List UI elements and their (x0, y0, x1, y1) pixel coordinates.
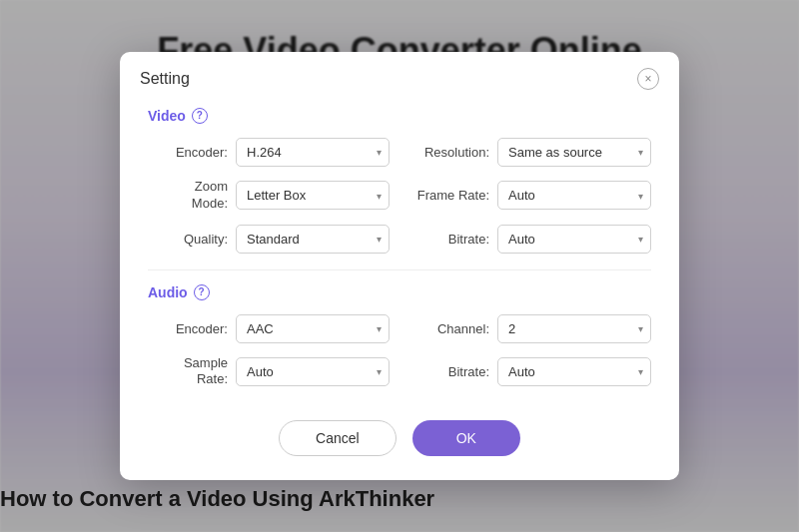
resolution-select[interactable]: Same as source 1080p 720p 480p (497, 138, 651, 167)
audio-form-grid: Encoder: AAC MP3 OGG WMA ▾ Channel: (148, 314, 651, 389)
quality-label: Quality: (148, 232, 228, 247)
modal-overlay: Setting × Video ? Encoder: H.264 H.265 (0, 0, 799, 532)
video-bitrate-select[interactable]: Auto 512k 1M 2M (497, 225, 651, 254)
quality-select[interactable]: Standard Low High Lossless (236, 225, 390, 254)
section-divider (148, 269, 651, 270)
audio-section-label: Audio ? (148, 284, 651, 300)
channel-select[interactable]: 2 1 4 6 (497, 314, 651, 343)
resolution-label: Resolution: (409, 145, 489, 160)
audio-help-icon[interactable]: ? (194, 284, 210, 300)
sample-rate-select-wrapper: Auto 44100 48000 96000 ▾ (236, 357, 390, 386)
audio-encoder-label: Encoder: (148, 321, 228, 336)
encoder-select-wrapper: H.264 H.265 MPEG-4 WMV ▾ (236, 138, 390, 167)
audio-bitrate-select[interactable]: Auto 64k 128k 192k 256k 320k (497, 357, 651, 386)
audio-bitrate-row: Bitrate: Auto 64k 128k 192k 256k 320k ▾ (409, 355, 651, 389)
dialog-footer: Cancel OK (120, 404, 679, 456)
video-help-icon[interactable]: ? (192, 108, 208, 124)
channel-select-wrapper: 2 1 4 6 ▾ (497, 314, 651, 343)
audio-encoder-row: Encoder: AAC MP3 OGG WMA ▾ (148, 314, 390, 343)
frame-rate-label: Frame Rate: (409, 188, 489, 203)
channel-row: Channel: 2 1 4 6 ▾ (409, 314, 651, 343)
dialog-title: Setting (140, 70, 190, 88)
zoom-select[interactable]: Letter Box Pan & Scan Full None (236, 181, 390, 210)
video-section-label: Video ? (148, 108, 651, 124)
sample-rate-select[interactable]: Auto 44100 48000 96000 (236, 357, 390, 386)
frame-rate-row: Frame Rate: Auto 24 25 30 60 ▾ (409, 179, 651, 213)
video-form-grid: Encoder: H.264 H.265 MPEG-4 WMV ▾ Resolu… (148, 138, 651, 254)
close-button[interactable]: × (637, 68, 659, 90)
audio-label-text: Audio (148, 284, 188, 300)
close-icon: × (644, 72, 651, 86)
zoom-row: ZoomMode: Letter Box Pan & Scan Full Non… (148, 179, 390, 213)
sample-rate-row: SampleRate: Auto 44100 48000 96000 ▾ (148, 355, 390, 389)
settings-dialog: Setting × Video ? Encoder: H.264 H.265 (120, 52, 679, 481)
resolution-row: Resolution: Same as source 1080p 720p 48… (409, 138, 651, 167)
dialog-body: Video ? Encoder: H.264 H.265 MPEG-4 WMV … (120, 100, 679, 389)
video-bitrate-row: Bitrate: Auto 512k 1M 2M ▾ (409, 225, 651, 254)
cancel-button[interactable]: Cancel (279, 420, 397, 456)
audio-encoder-select-wrapper: AAC MP3 OGG WMA ▾ (236, 314, 390, 343)
quality-select-wrapper: Standard Low High Lossless ▾ (236, 225, 390, 254)
ok-button[interactable]: OK (412, 420, 520, 456)
resolution-select-wrapper: Same as source 1080p 720p 480p ▾ (497, 138, 651, 167)
encoder-select[interactable]: H.264 H.265 MPEG-4 WMV (236, 138, 390, 167)
quality-row: Quality: Standard Low High Lossless ▾ (148, 225, 390, 254)
audio-bitrate-label: Bitrate: (409, 364, 489, 379)
video-bitrate-label: Bitrate: (409, 232, 489, 247)
sample-rate-label: SampleRate: (148, 355, 228, 389)
video-label-text: Video (148, 108, 186, 124)
zoom-label: ZoomMode: (148, 179, 228, 213)
zoom-select-wrapper: Letter Box Pan & Scan Full None ▾ (236, 181, 390, 210)
audio-bitrate-select-wrapper: Auto 64k 128k 192k 256k 320k ▾ (497, 357, 651, 386)
frame-rate-select[interactable]: Auto 24 25 30 60 (497, 181, 651, 210)
dialog-header: Setting × (120, 52, 679, 100)
video-bitrate-select-wrapper: Auto 512k 1M 2M ▾ (497, 225, 651, 254)
frame-rate-select-wrapper: Auto 24 25 30 60 ▾ (497, 181, 651, 210)
channel-label: Channel: (409, 321, 489, 336)
encoder-label: Encoder: (148, 145, 228, 160)
audio-encoder-select[interactable]: AAC MP3 OGG WMA (236, 314, 390, 343)
encoder-row: Encoder: H.264 H.265 MPEG-4 WMV ▾ (148, 138, 390, 167)
